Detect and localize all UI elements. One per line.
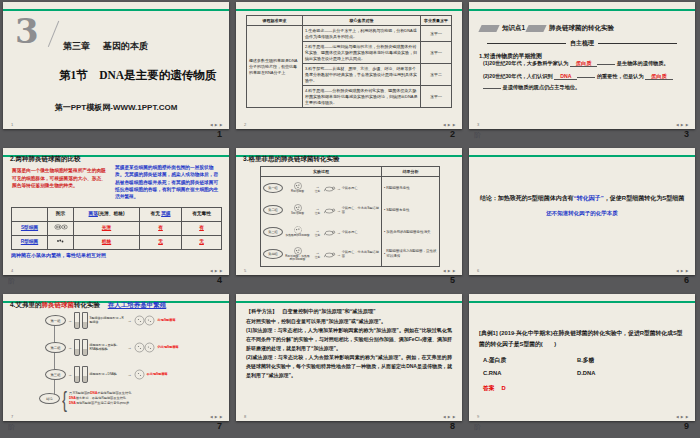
r-strain-icon: [48, 236, 74, 250]
page-number: 3: [684, 129, 689, 139]
answer-cell: 有: [140, 222, 182, 236]
result-label: 小鼠死亡，分离出S型活细菌: [342, 250, 381, 258]
bacteria-sample: 加热致死的S型细菌: [284, 226, 311, 237]
header-rest: (光滑、粗糙): [98, 211, 125, 216]
agent-label: S型活细菌: [291, 212, 304, 215]
page-number: 2: [450, 129, 455, 139]
process-column: 第一组 R型活细菌 注射 小鼠不死亡 第二组 S型活细菌 注射 小鼠死亡，分离出…: [261, 177, 381, 266]
answer-text: DNA: [554, 73, 577, 80]
inject-arrow: 注射: [312, 206, 323, 215]
blank-line: [597, 59, 615, 65]
slide-thumbnail-4[interactable]: 2.两种肺炎链球菌的比较 菌落是由一个微生物细胞经繁殖所产生的肉眼可见的细胞群体…: [3, 148, 229, 275]
slide-nav-icons: ◀ ▶ ▶: [676, 269, 689, 273]
analysis-column: R型细菌无毒性 S型细菌有毒性 加热杀死的S型细菌毒性消失 R型细菌转化为S型细…: [381, 177, 439, 266]
arrow-icon: [68, 372, 72, 377]
option-b: B.多糖: [577, 356, 594, 365]
watermark-glyph: 阶: [8, 422, 15, 432]
thumbnail-cell-7: 4.艾弗里的肺炎链球菌转化实验 在人工培养基中繁殖 第一组 S型细菌的细胞提取物…: [0, 292, 233, 438]
conclusion-lines: 只有S型细菌的DNA才能使R型细菌发生转化 DNA被水解后，不能使R型细菌发生转…: [69, 391, 131, 406]
science-method-block: 【科学方法】 自变量控制中的“加法原理”和“减法原理” 在对照实验中，控制自变量…: [246, 307, 452, 379]
thumbnail-cell-3: 知识点1 肺炎链球菌的转化实验 自主梳理 1.对遗传物质的早期推测 (1)20世…: [466, 0, 700, 146]
petri-dish-icon: [134, 369, 145, 380]
mixture-label: 细胞提取物＋DNA酶: [90, 373, 126, 377]
green-accent-line: [469, 301, 695, 303]
slide-nav-icons: ◀ ▶ ▶: [676, 415, 689, 419]
level-cell: 水平二: [421, 64, 452, 86]
experiment-row: 第四组 R型活细菌＋加热致死的S型细菌 注射 小鼠死亡，分离出S型活细菌: [261, 243, 381, 265]
arrow-icon: [128, 318, 132, 323]
blank-line: [483, 83, 501, 89]
experiment-row: 第二组 细胞提取物＋蛋白酶、RNA酶或酯酶 仍出现S型菌落: [45, 339, 198, 356]
result-note: 仍出现S型菌落: [158, 345, 198, 349]
bacteria-sample: R型活细菌: [284, 182, 311, 193]
slide-thumbnail-7[interactable]: 4.艾弗里的肺炎链球菌转化实验 在人工培养基中繁殖 第一组 S型细菌的细胞提取物…: [3, 294, 229, 421]
table-header: 图示: [48, 208, 74, 222]
slide-nav-icons: ◀ ▶ ▶: [210, 269, 223, 273]
arrow-icon: [128, 345, 132, 350]
text-segment: (1)20世纪20年代，大多数科学家认为: [483, 60, 568, 66]
chapter-heading: 第三章 基因的本质: [63, 40, 148, 53]
test-tubes-icon: [74, 339, 88, 356]
slide-thumbnail-5[interactable]: 3.格里菲思的肺炎链球菌转化实验 实验过程 结果分析 第一组 R型活细菌 注射 …: [236, 148, 462, 275]
bottom-note: 两种菌在小鼠体内繁殖，毒性结果相互对照: [11, 252, 106, 258]
table-cell: 2.科学思维——运用归纳与概括的方法，分析肺炎链球菌体外转化实验、噬菌体侵染大肠…: [303, 42, 421, 64]
slide-thumbnail-9[interactable]: [典例1] (2019·兴化中学期末)在肺炎链球菌的转化实验中，促进R型菌转化成…: [469, 294, 695, 421]
slide-thumbnail-8[interactable]: 【科学方法】 自变量控制中的“加法原理”和“减法原理” 在对照实验中，控制自变量…: [236, 294, 462, 421]
option-c: C.RNA: [483, 370, 501, 376]
fill-in-line: (2)20世纪30年代，人们认识到 DNA 的重要性，但是认为 蛋白质 是遗传物…: [483, 71, 683, 93]
analysis-item: R型细菌转化为S型细菌，且性状可以遗传: [382, 243, 439, 265]
slide-nav-icons: ◀ ▶ ▶: [443, 415, 456, 419]
text-segment: 结论：加热致死的S型细菌体内含有: [480, 195, 574, 201]
divider-label: 自主梳理: [570, 39, 594, 48]
text-segment: (2)20世纪30年代，人们认识到: [483, 73, 553, 79]
divider-line: [487, 43, 566, 44]
arrow-icon: [337, 252, 341, 257]
table-cell: 1.生命观念——从分子水平上，利用结构与功能观，分析DNA适合作为遗传物质具备的…: [303, 26, 421, 42]
diagram-header-row: 实验过程 结果分析: [261, 167, 439, 177]
thumbnail-cell-5: 3.格里菲思的肺炎链球菌转化实验 实验过程 结果分析 第一组 R型活细菌 注射 …: [233, 146, 466, 292]
fill-in-line: (1)20世纪20年代，大多数科学家认为 蛋白质 是生物体的遗传物质。: [483, 58, 683, 69]
result-label: 小鼠不死亡: [342, 230, 381, 234]
divider-line: [598, 43, 677, 44]
thumbnail-cell-2: 课程标准要求 核心素养对接 学业质量水平 概述多数生物的基因是DNA分子的功能片…: [233, 0, 466, 146]
section-title: 第1节 DNA是主要的遗传物质: [59, 68, 216, 83]
chapter-label: 第三章: [63, 41, 90, 51]
mouse-icon: [324, 251, 336, 258]
slide-nav-icons: ◀ ▶ ▶: [443, 123, 456, 127]
result-label: 小鼠不死亡: [342, 186, 381, 190]
group-label: 第四组: [263, 249, 283, 259]
result-note: 出现S型菌落: [158, 318, 198, 322]
table-header: 课程标准要求: [247, 16, 303, 26]
slide-thumbnail-1[interactable]: 3 第三章 基因的本质 第1节 DNA是主要的遗传物质 第一PPT模板网-WWW…: [3, 2, 229, 129]
slide-thumbnail-2[interactable]: 课程标准要求 核心素养对接 学业质量水平 概述多数生物的基因是DNA分子的功能片…: [236, 2, 462, 129]
watermark-glyph: 阶: [474, 422, 481, 432]
watermark-glyph: 阶: [474, 130, 481, 140]
conclusion-label: 结论: [39, 393, 60, 404]
bacteria-sample: S型活细菌: [284, 204, 311, 215]
answer-cell: 无: [140, 236, 182, 250]
text-segment: 是遗传物质的观点仍占主导地位。: [502, 84, 580, 90]
test-tubes-icon: [74, 312, 88, 329]
arrow-icon: [128, 372, 132, 377]
method-paragraph: (2)减法原理：与常态比较，人为去除某种影响因素的称为“减法原理”。例如，在艾弗…: [246, 353, 452, 380]
answer-text: 蛋白质: [645, 73, 673, 80]
slide-page-number: 2: [244, 122, 246, 127]
knowledge-point-title: 肺炎链球菌的转化实验: [549, 24, 614, 33]
table-cell: 4.科学思维——分析肺炎链球菌体外转化实验、噬菌体侵染大肠杆菌实验和烟草花叶病毒…: [303, 86, 421, 108]
text-segment: 4.艾弗里的: [10, 301, 41, 308]
slide-thumbnail-3[interactable]: 知识点1 肺炎链球菌的转化实验 自主梳理 1.对遗传物质的早期推测 (1)20世…: [469, 2, 695, 129]
header-keyword: 荚膜: [161, 211, 170, 216]
slide-nav-icons: ◀ ▶ ▶: [676, 123, 689, 127]
chapter-title: 基因的本质: [103, 41, 148, 51]
arrow-icon: [337, 186, 341, 191]
slide-thumbnail-6[interactable]: 结论：加热致死的S型细菌体内含有“转化因子”，促使R型细菌转化为S型细菌 还不知…: [469, 148, 695, 275]
experiment-row: 第三组 细胞提取物＋DNA酶 不出现S型菌落: [45, 366, 187, 383]
mouse-icon: [324, 207, 336, 214]
site-footer: 第一PPT模板网-WWW.1PPT.COM: [3, 102, 229, 113]
colony-note: 菌落是由一个微生物细胞经繁殖所产生的肉眼可见的细胞群体，可根据菌落的大小、形态、…: [12, 167, 109, 190]
slide-page-number: 1: [11, 122, 13, 127]
parallelogram-decoration: [525, 25, 546, 32]
note-line: 还不知道转化因子的化学本质: [475, 210, 689, 217]
thumbnail-cell-6: 结论：加热致死的S型细菌体内含有“转化因子”，促使R型细菌转化为S型细菌 还不知…: [466, 146, 700, 292]
answer-cell: 光滑: [74, 222, 140, 236]
